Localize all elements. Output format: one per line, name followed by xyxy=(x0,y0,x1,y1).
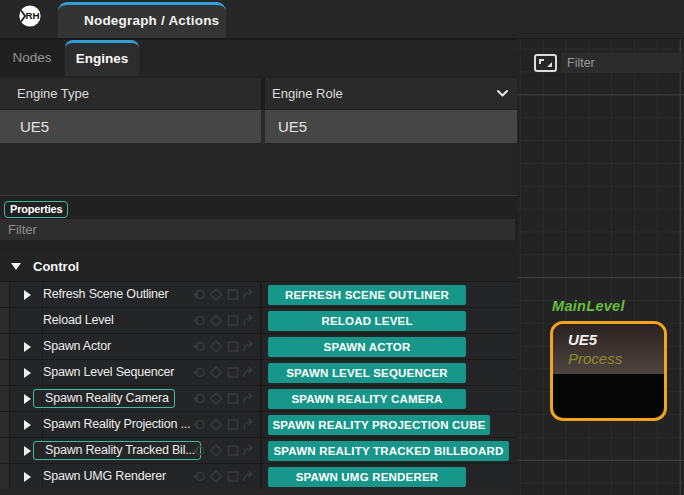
column-header-engine-role[interactable]: Engine Role xyxy=(272,78,343,109)
nodegraph-canvas[interactable]: Filter MainLevel UE5 Process xyxy=(517,39,684,495)
expand-caret-icon[interactable] xyxy=(24,368,31,378)
forward-arrow-icon xyxy=(244,367,252,377)
column-header-engine-type[interactable]: Engine Type xyxy=(17,78,89,109)
property-label: Spawn Reality Camera xyxy=(33,389,175,408)
svg-text:RH: RH xyxy=(25,10,39,21)
property-row[interactable]: Spawn Actor SPAWN ACTOR xyxy=(0,333,517,359)
row-gutter xyxy=(0,334,10,359)
column-divider xyxy=(260,334,262,359)
action-button[interactable]: SPAWN ACTOR xyxy=(268,337,466,357)
forward-arrow-icon xyxy=(244,445,252,455)
property-row[interactable]: Spawn UMG Renderer SPAWN UMG xyxy=(0,463,517,489)
group-header-control[interactable]: Control xyxy=(0,253,517,281)
engine-role-cell: UE5 xyxy=(278,110,307,143)
action-button[interactable]: SPAWN REALITY TRACKED BILLBOARD xyxy=(268,441,509,461)
engine-table-empty-area xyxy=(0,143,517,196)
diamond-icon xyxy=(211,419,222,430)
engine-table-row[interactable]: UE5 UE5 xyxy=(0,110,517,143)
row-action-icons xyxy=(193,444,257,457)
property-row[interactable]: Refresh Scene Outliner REFRES xyxy=(0,281,517,307)
fit-view-icon[interactable] xyxy=(534,54,557,72)
panel-bottom-strip xyxy=(0,489,517,495)
top-bar: RH Nodegraph / Actions xyxy=(0,0,684,38)
keyframe-icon xyxy=(193,369,204,377)
forward-arrow-icon xyxy=(244,419,252,429)
chevron-down-icon[interactable] xyxy=(496,87,509,100)
tab-nodes[interactable]: Nodes xyxy=(0,40,64,76)
row-action-icons xyxy=(193,288,257,301)
property-row[interactable]: Reload Level RELOAD LEVEL xyxy=(0,307,517,333)
properties-badge[interactable]: Properties xyxy=(4,201,68,218)
expand-caret-icon[interactable] xyxy=(24,446,31,456)
square-icon xyxy=(229,368,238,377)
keyframe-icon xyxy=(193,395,204,403)
row-gutter xyxy=(0,282,10,307)
properties-filter-band: Filter xyxy=(0,219,517,241)
action-button[interactable]: RELOAD LEVEL xyxy=(268,311,466,331)
tab-engines[interactable]: Engines xyxy=(65,40,139,76)
diamond-icon xyxy=(211,445,222,456)
property-label: Spawn Reality Tracked Bil... xyxy=(33,441,201,460)
action-button[interactable]: REFRESH SCENE OUTLINER xyxy=(268,285,466,305)
column-divider xyxy=(261,110,265,143)
property-row[interactable]: Spawn Level Sequencer SPAWN L xyxy=(0,359,517,385)
engine-table-header: Engine Type Engine Role xyxy=(0,78,517,109)
graph-filter-input[interactable]: Filter xyxy=(561,53,682,73)
property-row[interactable]: Spawn Reality Tracked Bil... xyxy=(0,437,517,463)
expand-caret-icon[interactable] xyxy=(24,420,31,430)
expand-caret-icon[interactable] xyxy=(24,472,31,482)
row-action-icons xyxy=(193,392,257,405)
node-label-mainlevel: MainLevel xyxy=(552,298,625,314)
reality-hub-logo[interactable]: RH xyxy=(17,3,43,29)
tab-nodegraph-actions[interactable]: Nodegraph / Actions xyxy=(58,2,226,38)
diamond-icon xyxy=(211,471,222,482)
action-button[interactable]: SPAWN LEVEL SEQUENCER xyxy=(268,363,466,383)
keyframe-icon xyxy=(193,317,204,325)
row-action-icons xyxy=(193,340,257,353)
column-divider xyxy=(260,412,262,437)
row-action-icons xyxy=(193,366,257,379)
expand-caret-icon[interactable] xyxy=(24,394,31,404)
row-gutter xyxy=(0,464,10,489)
forward-arrow-icon xyxy=(244,315,252,325)
forward-arrow-icon xyxy=(244,393,252,403)
diamond-icon xyxy=(211,315,222,326)
diamond-icon xyxy=(211,393,222,404)
column-divider xyxy=(261,78,265,109)
action-button[interactable]: SPAWN REALITY CAMERA xyxy=(268,389,466,409)
diamond-icon xyxy=(211,367,222,378)
engines-panel: Nodes Engines Engine Type Engine Role UE… xyxy=(0,40,517,495)
keyframe-icon xyxy=(193,343,204,351)
forward-arrow-icon xyxy=(244,471,252,481)
row-gutter xyxy=(0,360,10,385)
action-button[interactable]: SPAWN REALITY PROJECTION CUBE xyxy=(268,415,490,435)
keyframe-icon xyxy=(193,447,204,455)
properties-header: Properties xyxy=(0,197,517,219)
node-title: UE5 xyxy=(568,331,597,348)
property-row[interactable]: Spawn Reality Projection ... xyxy=(0,411,517,437)
keyframe-icon xyxy=(193,421,204,429)
expand-caret-icon[interactable] xyxy=(24,290,31,300)
square-icon xyxy=(229,472,238,481)
properties-filter-input[interactable]: Filter xyxy=(0,219,515,240)
forward-arrow-icon xyxy=(244,289,252,299)
property-row[interactable]: Spawn Reality Camera SPAWN RE xyxy=(0,385,517,411)
fit-view-icon-corner xyxy=(547,62,552,67)
square-icon xyxy=(229,420,238,429)
diamond-icon xyxy=(211,341,222,352)
property-label: Spawn UMG Renderer xyxy=(43,464,166,489)
keyframe-icon xyxy=(193,291,204,299)
node-subtitle: Process xyxy=(568,350,622,367)
column-divider xyxy=(260,438,262,463)
square-icon xyxy=(229,394,238,403)
square-icon xyxy=(229,316,238,325)
row-gutter xyxy=(0,412,10,437)
row-gutter xyxy=(0,308,10,333)
collapse-caret-icon[interactable] xyxy=(11,263,21,270)
action-button[interactable]: SPAWN UMG RENDERER xyxy=(268,467,466,487)
node-header: UE5 Process xyxy=(553,324,664,374)
engine-node-ue5[interactable]: UE5 Process xyxy=(550,321,667,421)
expand-caret-icon[interactable] xyxy=(24,342,31,352)
property-label: Refresh Scene Outliner xyxy=(43,282,169,307)
row-gutter xyxy=(0,386,10,411)
